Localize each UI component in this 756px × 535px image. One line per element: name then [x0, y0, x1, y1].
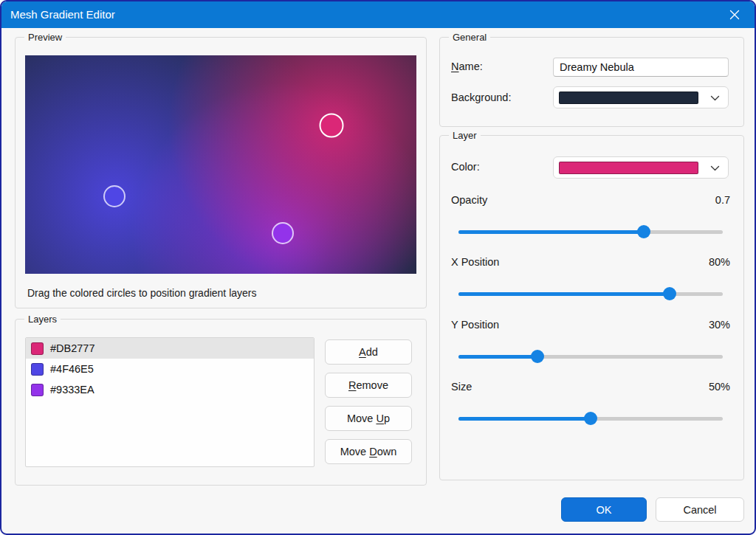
gradient-handle-purple[interactable]	[272, 222, 294, 244]
background-label: Background:	[451, 92, 511, 103]
layers-group: Layers #DB2777 #4F46E5 #9333EA Add Remov…	[15, 319, 427, 486]
layer-list-item[interactable]: #4F46E5	[26, 359, 314, 379]
mesh-gradient-editor-dialog: Mesh Gradient Editor Preview Drag the co…	[0, 0, 756, 535]
gradient-handle-pink[interactable]	[319, 113, 343, 137]
remove-button[interactable]: Remove	[325, 373, 412, 398]
opacity-label: Opacity	[451, 194, 487, 206]
slider-fill	[458, 230, 644, 234]
window-title: Mesh Gradient Editor	[10, 1, 115, 28]
general-group: General Name: Background:	[439, 37, 744, 127]
size-slider[interactable]	[458, 412, 723, 425]
layers-listbox[interactable]: #DB2777 #4F46E5 #9333EA	[25, 337, 315, 467]
layer-hex-label: #9333EA	[50, 384, 94, 396]
chevron-down-icon	[710, 165, 720, 172]
layer-list-item[interactable]: #DB2777	[26, 338, 314, 359]
chevron-down-icon	[710, 95, 720, 102]
slider-thumb[interactable]	[637, 225, 650, 238]
titlebar: Mesh Gradient Editor	[1, 1, 755, 28]
background-color-swatch	[559, 92, 698, 104]
slider-thumb[interactable]	[531, 350, 544, 363]
cancel-button[interactable]: Cancel	[656, 497, 744, 522]
preview-hint-text: Drag the colored circles to position gra…	[27, 287, 257, 299]
y-position-value: 30%	[709, 319, 730, 331]
slider-fill	[458, 417, 591, 421]
ok-button[interactable]: OK	[561, 497, 647, 522]
opacity-value: 0.7	[715, 194, 730, 206]
y-position-slider[interactable]	[458, 350, 723, 363]
layer-color-dropdown[interactable]	[553, 156, 729, 179]
layer-hex-label: #DB2777	[50, 342, 94, 354]
x-position-slider[interactable]	[458, 287, 723, 300]
layer-group-label: Layer	[449, 129, 481, 142]
background-color-dropdown[interactable]	[553, 86, 729, 108]
name-label: Name:	[451, 61, 483, 72]
name-input[interactable]	[553, 58, 729, 77]
layer-hex-label: #4F46E5	[50, 363, 94, 375]
y-position-label: Y Position	[451, 319, 499, 331]
close-icon	[729, 10, 740, 20]
slider-thumb[interactable]	[663, 287, 676, 300]
opacity-slider[interactable]	[458, 225, 723, 238]
layers-group-label: Layers	[24, 313, 61, 325]
color-label: Color:	[451, 161, 480, 173]
slider-fill	[458, 355, 537, 359]
layer-color-swatch	[31, 363, 44, 376]
layer-color-dropdown-swatch	[559, 162, 698, 174]
x-position-value: 80%	[709, 256, 730, 268]
close-button[interactable]	[725, 7, 744, 22]
layer-color-swatch	[31, 342, 44, 355]
slider-thumb[interactable]	[584, 412, 597, 425]
size-label: Size	[451, 381, 472, 393]
layer-list-item[interactable]: #9333EA	[26, 379, 314, 400]
move-up-button[interactable]: Move Up	[325, 406, 412, 431]
preview-group-label: Preview	[24, 31, 66, 44]
general-group-label: General	[449, 31, 490, 44]
gradient-preview-canvas[interactable]	[25, 55, 416, 274]
move-down-button[interactable]: Move Down	[325, 439, 412, 464]
add-button[interactable]: Add	[325, 339, 412, 365]
x-position-label: X Position	[451, 256, 499, 268]
preview-group: Preview Drag the colored circles to posi…	[15, 37, 427, 308]
layer-color-swatch	[31, 384, 44, 396]
layer-group: Layer Color: Opacity 0.7 X Position 80% …	[439, 135, 744, 480]
gradient-handle-indigo[interactable]	[103, 185, 126, 207]
size-value: 50%	[709, 381, 730, 393]
slider-fill	[458, 292, 670, 296]
